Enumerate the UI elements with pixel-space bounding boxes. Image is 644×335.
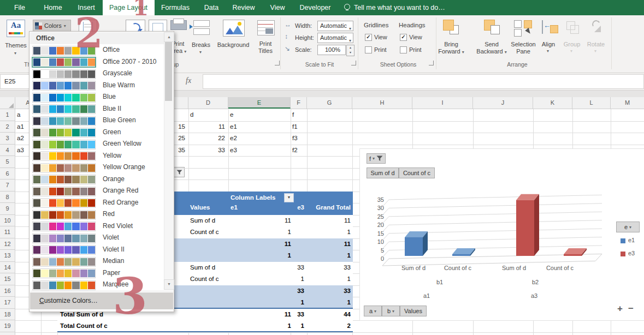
width-combobox[interactable]: Automatic▾: [317, 21, 353, 31]
pivot-value-cell[interactable]: 1: [296, 250, 351, 262]
scroll-up-button[interactable]: ▲: [164, 32, 174, 42]
pivot-value-cell[interactable]: 11: [237, 238, 291, 250]
row-header-12[interactable]: 12: [0, 238, 15, 250]
row-header-1[interactable]: 1: [0, 109, 15, 121]
theme-palette-option[interactable]: Blue: [30, 91, 164, 103]
tab-formulas[interactable]: Formulas: [157, 0, 193, 15]
row-header-4[interactable]: 4: [0, 145, 15, 157]
row-header-17[interactable]: 17: [0, 297, 15, 309]
row-header-13[interactable]: 13: [0, 250, 15, 262]
theme-palette-option[interactable]: Blue II: [30, 103, 164, 115]
row-header-5[interactable]: 5: [0, 156, 15, 168]
cell-D1[interactable]: d: [190, 109, 225, 121]
gridlines-view-checkbox[interactable]: ✓: [365, 34, 372, 41]
row-header-14[interactable]: 14: [0, 262, 15, 274]
row-header-11[interactable]: 11: [0, 226, 15, 238]
customize-colors-item[interactable]: Customize Colors…: [30, 292, 173, 309]
row-header-20[interactable]: 20: [0, 332, 15, 335]
theme-palette-option[interactable]: Office 2007 - 2010: [30, 56, 164, 68]
cell-D2[interactable]: 11: [190, 121, 225, 133]
theme-palette-option[interactable]: Orange: [30, 174, 164, 186]
column-header-J[interactable]: J: [473, 97, 533, 109]
pivot-value-cell[interactable]: 11: [296, 238, 351, 250]
chart-value-field-button-count-of-c[interactable]: Count of c: [399, 168, 435, 178]
theme-palette-option[interactable]: Orange Red: [30, 185, 164, 197]
scale-spinner-buttons[interactable]: ▴▾: [346, 45, 355, 56]
chart-collapse-button[interactable]: −: [628, 303, 634, 314]
chart-axis-field-button-b[interactable]: b ▾: [382, 306, 400, 316]
column-header-M[interactable]: M: [611, 97, 644, 109]
cell-F3[interactable]: f3: [292, 133, 304, 144]
tab-data[interactable]: Data: [200, 0, 223, 15]
theme-palette-option[interactable]: Green: [30, 127, 164, 139]
pivot-value-cell[interactable]: 11: [296, 215, 351, 227]
fx-icon[interactable]: fx: [186, 76, 191, 85]
pivot-value-cell[interactable]: 11: [237, 215, 291, 227]
gridlines-print-checkbox[interactable]: [365, 46, 372, 53]
pivot-value-cell[interactable]: 1: [296, 273, 351, 285]
chart-filter-field-button[interactable]: f ▾: [367, 153, 386, 164]
theme-palette-option[interactable]: Yellow: [30, 150, 164, 162]
theme-palette-option[interactable]: Grayscale: [30, 68, 164, 80]
row-header-16[interactable]: 16: [0, 285, 15, 297]
headings-print-checkbox[interactable]: [400, 46, 407, 53]
theme-palette-option[interactable]: Blue Warm: [30, 80, 164, 92]
row-header-9[interactable]: 9: [0, 203, 15, 215]
theme-palette-option[interactable]: Blue Green: [30, 115, 164, 127]
legend-label-e3[interactable]: e3: [628, 250, 635, 256]
tell-me-box[interactable]: Tell me what you want to do…: [354, 4, 445, 11]
bring-forward-button[interactable]: Bring Forward ▾: [435, 18, 467, 70]
pivot-row-label[interactable]: Sum of d: [190, 215, 215, 227]
pivot-row-label[interactable]: Count of c: [190, 273, 218, 285]
theme-palette-option[interactable]: Red Violet: [30, 220, 164, 232]
pivot-value-cell[interactable]: 1: [296, 297, 351, 309]
pivot-row-label[interactable]: Sum of d: [190, 262, 215, 274]
chart-expand-button[interactable]: +: [617, 303, 623, 314]
chart-value-field-button-sum-of-d[interactable]: Sum of d: [367, 168, 399, 178]
theme-palette-option[interactable]: Median: [30, 255, 164, 267]
column-header-I[interactable]: I: [412, 97, 473, 109]
pivot-value-cell[interactable]: 1: [237, 226, 291, 238]
row-header-2[interactable]: 2: [0, 121, 15, 133]
theme-palette-option[interactable]: Violet II: [30, 244, 164, 256]
column-header-F[interactable]: F: [291, 97, 307, 109]
height-combobox[interactable]: Automatic▾: [317, 33, 353, 43]
formula-input[interactable]: [203, 74, 644, 89]
row-header-8[interactable]: 8: [0, 192, 15, 204]
pivot-value-cell[interactable]: 2: [296, 320, 351, 332]
cell-F4[interactable]: f2: [292, 145, 304, 156]
background-button[interactable]: Background: [214, 18, 252, 70]
page-setup-dialog-launcher[interactable]: [275, 61, 280, 65]
theme-palette-option[interactable]: Yellow Orange: [30, 161, 164, 174]
chart-legend-field-button[interactable]: e ▾: [616, 222, 640, 232]
tab-developer[interactable]: Developer: [296, 0, 334, 15]
colors-button[interactable]: Colors ▾: [33, 20, 71, 32]
chart-axis-field-button-values[interactable]: Values: [400, 306, 427, 316]
column-header-H[interactable]: H: [352, 97, 412, 109]
pivot-value-cell[interactable]: 1: [237, 250, 291, 262]
cell-E4[interactable]: e3: [230, 145, 287, 156]
pivot-row-label[interactable]: Count of c: [190, 226, 218, 238]
row-header-19[interactable]: 19: [0, 320, 15, 332]
headings-view-checkbox[interactable]: ✓: [400, 34, 407, 41]
column-header-D[interactable]: D: [188, 97, 228, 109]
cell-F2[interactable]: f1: [292, 121, 304, 133]
tab-home[interactable]: Home: [39, 0, 67, 15]
row-header-18[interactable]: 18: [0, 309, 15, 321]
scale-to-fit-dialog-launcher[interactable]: [351, 61, 356, 65]
pivot-value-cell[interactable]: 44: [296, 309, 351, 321]
legend-label-e1[interactable]: e1: [628, 237, 635, 243]
cell-F1[interactable]: f: [292, 109, 304, 121]
row-header-6[interactable]: 6: [0, 168, 15, 180]
name-box[interactable]: E25: [0, 74, 33, 89]
cell-E3[interactable]: e2: [230, 133, 287, 144]
cell-D4[interactable]: 33: [190, 145, 225, 156]
tab-review[interactable]: Review: [229, 0, 258, 15]
pivot-row-label[interactable]: Total Count of c: [60, 320, 108, 332]
sheet-options-dialog-launcher[interactable]: [429, 61, 434, 65]
theme-palette-option[interactable]: Red: [30, 208, 164, 220]
pivot-value-cell[interactable]: 33: [296, 285, 351, 297]
pivot-value-cell[interactable]: 33: [296, 262, 351, 274]
column-header-G[interactable]: G: [307, 97, 352, 109]
row-header-10[interactable]: 10: [0, 215, 15, 227]
